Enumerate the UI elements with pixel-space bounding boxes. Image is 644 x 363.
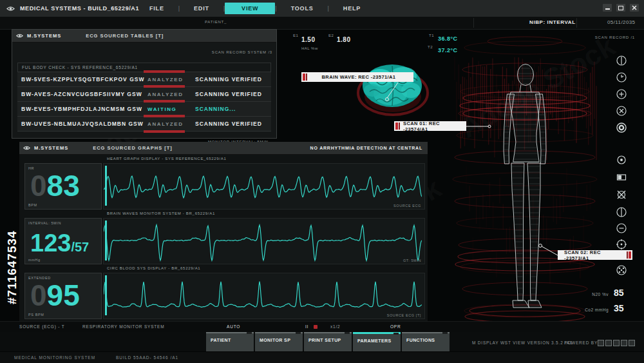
n2o-readout: N20 %v 85 — [575, 288, 624, 298]
ecg-tables-panel: M.SYSTEMS ECG SOURCED TABLES [T] SCAN RE… — [12, 29, 277, 139]
status-marker-bar — [144, 115, 185, 117]
maximize-button[interactable] — [616, 4, 625, 12]
e2-label: E2 — [328, 34, 334, 37]
status-marker-bar — [144, 130, 185, 133]
opr-label[interactable]: OPR — [390, 324, 401, 329]
panel-system-label: M.SYSTEMS — [34, 145, 68, 151]
hal-label: HAL %w — [301, 46, 318, 50]
version-label: M DISPLAY WST VIEW VERSION 3.5.2 /A1 — [472, 340, 573, 345]
arrhythmia-status: NO ARRHYTHMIA DETECTION AT CENTRAL — [310, 146, 422, 150]
eye-icon — [23, 144, 30, 152]
respiratory-label: RESPIRATORY MONITOR SYSTEM — [82, 324, 164, 329]
brainwave-graph[interactable]: GT: 5MIN — [103, 218, 425, 264]
close-icon — [632, 5, 637, 10]
table-row[interactable]: BW-UVES-NBLMUAJVQSALDMBN GSW ANALYZED SC… — [17, 116, 271, 131]
auto-mode-label[interactable]: AUTO — [227, 324, 240, 329]
tile-unit: mmHg — [28, 258, 41, 262]
brain-3d-view[interactable] — [353, 57, 431, 116]
tab-parameters[interactable]: PARAMETERS — [353, 332, 401, 353]
graph-section-label: HEART GRAPH DISPLAY - SYS REFERENCE_6522… — [107, 157, 226, 161]
record-result: SCANNING VERIFIED — [195, 76, 262, 83]
axis-line-icon[interactable] — [616, 55, 627, 66]
record-icon[interactable] — [616, 122, 627, 133]
t2-label: T2 — [428, 45, 433, 49]
value-pad: 0 — [30, 169, 47, 202]
graph-cursor — [105, 275, 107, 315]
menu-bar: FILE| EDIT| VIEW| TOOLS| HELP — [135, 0, 375, 17]
panel-title: ECG SOURCED GRAPHS [T] — [93, 145, 173, 151]
tile-unit: BPM — [28, 203, 37, 207]
pulse-value: 95 — [47, 279, 80, 312]
co2-readout: Co2 mmHg 35 — [570, 303, 624, 313]
menu-file[interactable]: FILE — [135, 3, 178, 14]
panel-system-label: M.SYSTEMS — [27, 33, 61, 39]
zoom-out-icon[interactable] — [616, 222, 627, 234]
table-row[interactable]: BW-5VES-KZPPLYSQGTBFCKPOV GSW ANALYZED S… — [17, 72, 271, 86]
footer-bar: MEDICAL MONITORING SYSTEM BUILD 55AAD- 5… — [0, 351, 644, 363]
blood-graph[interactable]: SOURCE ECG [T] — [103, 273, 425, 319]
pulse-value-tile: EXTENDED 095 PS BPM — [24, 273, 102, 319]
table-row[interactable]: BW-AVES-AZCNVCUGSBFSIIVMY GSW ANALYZED S… — [17, 86, 271, 101]
date-label: 05/11/2035 — [607, 19, 635, 25]
lead-label[interactable]: II — [305, 324, 308, 329]
status-marker-bar — [144, 85, 185, 88]
nibp-label: NIBP: INTERVAL — [529, 19, 576, 25]
menu-edit[interactable]: EDIT — [180, 3, 223, 14]
e1-label: E1 — [293, 34, 298, 37]
scale-label[interactable]: x1/2 — [330, 324, 341, 329]
zoom-in-icon[interactable] — [616, 88, 627, 100]
hr-value-tile: HR 083 BPM — [24, 163, 102, 210]
title-bar: MEDICAL SYSTEMS - BUILD_65229/A1 FILE| E… — [0, 0, 644, 18]
footer-system-name: MEDICAL MONITORING SYSTEM — [14, 355, 95, 360]
footer-build-label: BUILD 55AAD- 54546 /A1 — [116, 355, 178, 360]
record-status: ANALYZED — [147, 77, 195, 83]
graph-footer-strip: SOURCE (ECG) - T RESPIRATORY MONITOR SYS… — [0, 321, 644, 333]
clock-icon[interactable] — [616, 72, 627, 83]
eye-icon — [6, 5, 15, 13]
tab-print-setup[interactable]: PRINT SETUP — [304, 332, 352, 353]
menu-help[interactable]: HELP — [329, 3, 375, 14]
close-button[interactable] — [630, 4, 639, 12]
status-marker-bar — [144, 100, 185, 103]
record-result: SCANNING... — [195, 106, 236, 112]
table-row[interactable]: BW-EVES-YBMPHFDJLAJNCMSM GSW WAITING SCA… — [17, 101, 271, 116]
scan01-callout[interactable]: SCAN 01: REC -23574/A1 — [394, 121, 466, 131]
record-id: BW-EVES-YBMPHFDJLAJNCMSM GSW — [17, 106, 147, 112]
tab-functions[interactable]: FUNCTIONS — [402, 332, 450, 353]
crosshair-icon[interactable] — [616, 239, 627, 250]
panel-title: ECG SOURCED TABLES [T] — [86, 33, 164, 39]
graph-note: SOURCE ECG [T] — [387, 313, 421, 317]
body-scan-view[interactable] — [444, 31, 625, 324]
source-ecg-label: SOURCE (ECG) - T — [19, 324, 64, 329]
heart-graph[interactable]: SOURCE ECG — [103, 163, 425, 210]
minimize-button[interactable] — [603, 4, 612, 12]
scan-disabled-icon[interactable] — [616, 189, 627, 201]
ecg-graphs-header[interactable]: M.SYSTEMS ECG SOURCED GRAPHS [T] NO ARRH… — [19, 142, 428, 155]
bp-value-diastolic: /57 — [71, 240, 89, 254]
graph-cursor — [105, 166, 107, 206]
tab-patient[interactable]: PATIENT — [206, 332, 254, 353]
gas-value: 35 — [614, 303, 624, 313]
record-result: SCANNING VERIFIED — [195, 121, 262, 127]
menu-tools[interactable]: TOOLS — [277, 3, 328, 14]
bp-value-tile: INTERVAL: 5MIN 123/57 mmHg — [24, 218, 102, 264]
split-view-icon[interactable] — [616, 172, 627, 183]
graph-section-label: BRAIN WAVES MONITOR SYSTEM - BR_65229/A1 — [107, 211, 215, 215]
brain-wave-callout[interactable]: BRAIN WAVE: REC -23571/A1 — [301, 72, 413, 82]
tab-monitor-sp[interactable]: MONITOR SP — [255, 332, 303, 353]
menu-view[interactable]: VIEW — [225, 3, 275, 14]
record-id: BW-AVES-AZCNVCUGSBFSIIVMY GSW — [17, 91, 147, 97]
partner-logos — [598, 340, 635, 346]
calibrate-icon[interactable] — [616, 264, 627, 276]
scan02-callout[interactable]: SCAN 02: REC -23573/A1 — [558, 250, 632, 260]
record-status: ANALYZED — [147, 121, 195, 127]
close-circle-icon[interactable] — [616, 105, 627, 117]
target-icon[interactable] — [616, 154, 627, 166]
contrast-icon[interactable] — [616, 206, 627, 218]
graph-section-label: CIRC BLOOD SYS DISPLAY - BR_65229/A1 — [107, 266, 200, 270]
bp-value: 123 — [30, 230, 71, 257]
graph-note: SOURCE ECG — [393, 204, 421, 208]
record-id: BW-UVES-NBLMUAJVQSALDMBN GSW — [17, 121, 147, 127]
ecg-tables-header[interactable]: M.SYSTEMS ECG SOURCED TABLES [T] — [12, 30, 276, 43]
medical-monitor-app: Adobe Stock Adobe Stock Adobe Stock MEDI… — [0, 0, 644, 363]
